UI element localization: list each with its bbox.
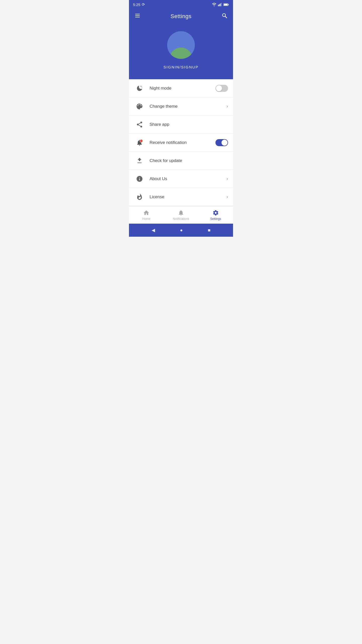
notification-icon (134, 139, 145, 146)
notifications-nav-label: Notifications (173, 217, 189, 221)
avatar[interactable] (167, 31, 195, 59)
settings-list: Night mode Change theme › Share app (129, 79, 233, 206)
settings-item-change-theme[interactable]: Change theme › (129, 97, 233, 115)
bottom-nav: Home Notifications Settings (129, 206, 233, 224)
svg-line-11 (225, 16, 227, 18)
hero-section: SIGNIN/SIGNUP (129, 24, 233, 79)
settings-item-night-mode[interactable]: Night mode (129, 79, 233, 97)
night-mode-icon (134, 85, 145, 92)
svg-point-14 (141, 122, 142, 123)
signin-signup-label[interactable]: SIGNIN/SIGNUP (163, 65, 198, 69)
svg-rect-9 (135, 17, 140, 17)
svg-rect-8 (135, 15, 140, 16)
svg-point-15 (137, 124, 139, 125)
change-theme-chevron: › (227, 104, 228, 109)
svg-line-17 (139, 125, 141, 126)
change-theme-label: Change theme (150, 104, 227, 109)
svg-point-16 (141, 126, 142, 127)
settings-item-check-update[interactable]: Check for update (129, 152, 233, 170)
battery-icon (223, 3, 229, 6)
flame-icon (134, 193, 145, 200)
android-recents-button[interactable]: ■ (205, 226, 213, 234)
toggle-knob (216, 85, 222, 91)
nav-item-home[interactable]: Home (129, 206, 164, 224)
palette-icon (134, 103, 145, 110)
license-label: License (150, 194, 227, 199)
status-right (212, 3, 229, 6)
search-button[interactable] (220, 12, 229, 21)
home-icon (143, 210, 150, 216)
about-us-chevron: › (227, 176, 228, 181)
svg-rect-1 (219, 4, 220, 6)
bell-icon (178, 210, 184, 216)
receive-notification-label: Receive notification (150, 140, 215, 145)
status-bar: 5:25 ⟳ (129, 0, 233, 9)
svg-rect-5 (228, 4, 229, 5)
settings-item-license[interactable]: License › (129, 188, 233, 206)
settings-nav-label: Settings (210, 217, 221, 221)
check-update-label: Check for update (150, 158, 228, 163)
svg-rect-0 (218, 5, 219, 6)
android-home-button[interactable]: ● (177, 226, 186, 234)
avatar-shape (170, 48, 192, 59)
home-nav-label: Home (142, 217, 150, 221)
page-title: Settings (170, 13, 192, 20)
android-nav-bar: ◀ ● ■ (129, 224, 233, 237)
wifi-icon (212, 3, 216, 6)
svg-rect-6 (224, 4, 228, 5)
status-time: 5:25 (133, 3, 140, 7)
svg-line-18 (139, 123, 141, 124)
sync-icon: ⟳ (142, 2, 145, 7)
share-icon (134, 121, 145, 128)
about-us-label: About Us (150, 176, 227, 181)
svg-rect-7 (135, 14, 140, 14)
settings-item-share-app[interactable]: Share app (129, 115, 233, 134)
receive-notification-toggle[interactable] (215, 139, 228, 146)
nav-item-notifications[interactable]: Notifications (164, 206, 198, 224)
download-icon (134, 157, 145, 164)
settings-icon (212, 210, 219, 216)
night-mode-label: Night mode (150, 86, 215, 91)
nav-item-settings[interactable]: Settings (198, 206, 233, 224)
share-app-label: Share app (150, 122, 228, 127)
status-left: 5:25 ⟳ (133, 2, 145, 7)
svg-rect-2 (220, 4, 221, 6)
svg-rect-3 (221, 3, 222, 6)
svg-point-12 (141, 86, 142, 87)
settings-item-about-us[interactable]: About Us › (129, 170, 233, 188)
signal-icon (218, 3, 222, 6)
menu-button[interactable] (133, 12, 142, 21)
app-bar: Settings (129, 9, 233, 24)
night-mode-toggle[interactable] (215, 85, 228, 92)
license-chevron: › (227, 194, 228, 199)
android-back-button[interactable]: ◀ (149, 226, 158, 234)
svg-point-13 (142, 87, 142, 87)
toggle-knob-2 (221, 140, 228, 146)
info-icon (134, 175, 145, 182)
settings-item-receive-notification[interactable]: Receive notification (129, 134, 233, 152)
svg-point-19 (140, 139, 143, 142)
